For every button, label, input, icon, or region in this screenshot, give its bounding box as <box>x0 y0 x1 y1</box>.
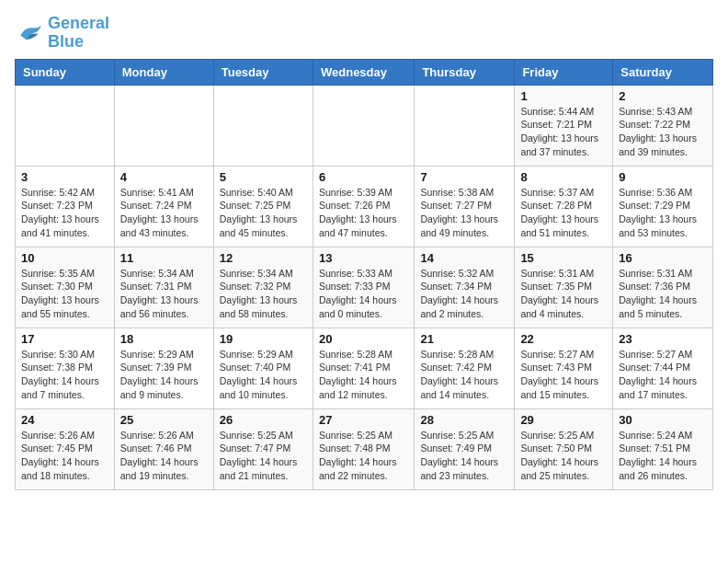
day-number: 9 <box>619 170 707 184</box>
day-number: 30 <box>619 413 707 427</box>
day-info: Sunset: 7:41 PM <box>319 361 408 374</box>
day-cell: 27Sunrise: 5:25 AMSunset: 7:48 PMDayligh… <box>313 408 414 489</box>
day-cell: 10Sunrise: 5:35 AMSunset: 7:30 PMDayligh… <box>16 247 115 327</box>
day-cell: 4Sunrise: 5:41 AMSunset: 7:24 PMDaylight… <box>114 166 213 247</box>
day-number: 26 <box>220 413 307 427</box>
day-cell: 14Sunrise: 5:32 AMSunset: 7:34 PMDayligh… <box>415 247 515 327</box>
day-info: Daylight: 13 hours and 39 minutes. <box>619 132 707 158</box>
day-cell: 21Sunrise: 5:28 AMSunset: 7:42 PMDayligh… <box>415 327 515 408</box>
day-info: Daylight: 14 hours and 12 minutes. <box>319 374 408 401</box>
day-cell: 12Sunrise: 5:34 AMSunset: 7:32 PMDayligh… <box>213 247 313 327</box>
day-info: Daylight: 14 hours and 2 minutes. <box>420 293 508 320</box>
day-info: Sunrise: 5:31 AM <box>520 267 607 281</box>
day-cell: 19Sunrise: 5:29 AMSunset: 7:40 PMDayligh… <box>213 327 313 408</box>
day-cell <box>114 85 213 166</box>
day-info: Sunset: 7:45 PM <box>21 442 108 455</box>
day-cell: 17Sunrise: 5:30 AMSunset: 7:38 PMDayligh… <box>16 327 115 408</box>
logo: General Blue <box>15 15 109 52</box>
day-number: 22 <box>520 332 607 346</box>
day-cell: 8Sunrise: 5:37 AMSunset: 7:28 PMDaylight… <box>515 166 613 247</box>
day-info: Sunrise: 5:34 AM <box>120 267 208 281</box>
day-cell <box>415 85 515 166</box>
day-info: Daylight: 14 hours and 7 minutes. <box>21 374 108 401</box>
day-number: 6 <box>319 170 408 184</box>
header-cell-monday: Monday <box>114 59 213 85</box>
day-info: Sunrise: 5:27 AM <box>619 348 707 362</box>
header: General Blue <box>15 15 713 52</box>
day-info: Sunset: 7:23 PM <box>21 199 108 213</box>
day-number: 29 <box>520 413 607 427</box>
day-info: Sunset: 7:33 PM <box>319 280 408 293</box>
day-info: Sunset: 7:27 PM <box>420 199 508 213</box>
day-cell <box>16 85 115 166</box>
day-info: Sunrise: 5:41 AM <box>120 186 208 200</box>
day-cell: 1Sunrise: 5:44 AMSunset: 7:21 PMDaylight… <box>515 85 613 166</box>
day-info: Sunrise: 5:28 AM <box>420 348 508 362</box>
day-cell: 13Sunrise: 5:33 AMSunset: 7:33 PMDayligh… <box>313 247 414 327</box>
day-number: 24 <box>21 413 108 427</box>
day-info: Sunrise: 5:38 AM <box>420 186 508 200</box>
day-info: Sunset: 7:36 PM <box>619 280 707 293</box>
day-info: Daylight: 13 hours and 43 minutes. <box>120 213 208 239</box>
day-info: Sunset: 7:28 PM <box>520 199 607 213</box>
day-info: Daylight: 13 hours and 51 minutes. <box>520 213 607 239</box>
day-number: 15 <box>520 251 607 265</box>
day-number: 28 <box>420 413 508 427</box>
day-info: Daylight: 13 hours and 47 minutes. <box>319 213 408 239</box>
day-info: Sunrise: 5:24 AM <box>619 429 707 442</box>
day-number: 2 <box>619 89 707 103</box>
day-info: Sunrise: 5:27 AM <box>520 348 607 362</box>
day-info: Sunrise: 5:29 AM <box>220 348 307 362</box>
day-info: Sunrise: 5:25 AM <box>420 429 508 442</box>
day-info: Sunset: 7:44 PM <box>619 361 707 374</box>
day-number: 17 <box>21 332 108 346</box>
day-cell: 24Sunrise: 5:26 AMSunset: 7:45 PMDayligh… <box>16 408 115 489</box>
day-info: Sunset: 7:29 PM <box>619 199 707 213</box>
day-info: Sunset: 7:50 PM <box>520 442 607 455</box>
day-cell: 9Sunrise: 5:36 AMSunset: 7:29 PMDaylight… <box>613 166 713 247</box>
day-info: Sunrise: 5:31 AM <box>619 267 707 281</box>
day-info: Daylight: 14 hours and 18 minutes. <box>21 455 108 482</box>
day-cell <box>213 85 313 166</box>
day-info: Sunset: 7:26 PM <box>319 199 408 213</box>
day-cell: 6Sunrise: 5:39 AMSunset: 7:26 PMDaylight… <box>313 166 414 247</box>
day-number: 20 <box>319 332 408 346</box>
day-cell: 18Sunrise: 5:29 AMSunset: 7:39 PMDayligh… <box>114 327 213 408</box>
day-cell: 22Sunrise: 5:27 AMSunset: 7:43 PMDayligh… <box>515 327 613 408</box>
day-cell <box>313 85 414 166</box>
day-info: Daylight: 14 hours and 5 minutes. <box>619 293 707 320</box>
day-cell: 20Sunrise: 5:28 AMSunset: 7:41 PMDayligh… <box>313 327 414 408</box>
day-info: Daylight: 14 hours and 21 minutes. <box>220 455 307 482</box>
day-number: 12 <box>220 251 307 265</box>
day-number: 10 <box>21 251 108 265</box>
day-info: Sunset: 7:31 PM <box>120 280 208 293</box>
day-info: Sunrise: 5:32 AM <box>420 267 508 281</box>
day-number: 11 <box>120 251 208 265</box>
day-cell: 3Sunrise: 5:42 AMSunset: 7:23 PMDaylight… <box>16 166 115 247</box>
day-info: Sunrise: 5:37 AM <box>520 186 607 200</box>
day-info: Sunrise: 5:35 AM <box>21 267 108 281</box>
day-info: Sunrise: 5:44 AM <box>520 105 607 119</box>
day-number: 5 <box>220 170 307 184</box>
day-info: Sunrise: 5:40 AM <box>220 186 307 200</box>
day-info: Sunrise: 5:34 AM <box>220 267 307 281</box>
day-info: Sunset: 7:32 PM <box>220 280 307 293</box>
day-info: Daylight: 14 hours and 15 minutes. <box>520 374 607 401</box>
day-number: 25 <box>120 413 208 427</box>
day-cell: 28Sunrise: 5:25 AMSunset: 7:49 PMDayligh… <box>415 408 515 489</box>
day-number: 19 <box>220 332 307 346</box>
day-info: Daylight: 14 hours and 9 minutes. <box>120 374 208 401</box>
day-info: Daylight: 14 hours and 19 minutes. <box>120 455 208 482</box>
week-row-2: 3Sunrise: 5:42 AMSunset: 7:23 PMDaylight… <box>16 166 713 247</box>
day-cell: 26Sunrise: 5:25 AMSunset: 7:47 PMDayligh… <box>213 408 313 489</box>
day-info: Sunset: 7:21 PM <box>520 118 607 132</box>
day-number: 4 <box>120 170 208 184</box>
day-cell: 29Sunrise: 5:25 AMSunset: 7:50 PMDayligh… <box>515 408 613 489</box>
week-row-3: 10Sunrise: 5:35 AMSunset: 7:30 PMDayligh… <box>16 247 713 327</box>
day-info: Sunset: 7:38 PM <box>21 361 108 374</box>
day-number: 8 <box>520 170 607 184</box>
week-row-1: 1Sunrise: 5:44 AMSunset: 7:21 PMDaylight… <box>16 85 713 166</box>
header-row: SundayMondayTuesdayWednesdayThursdayFrid… <box>16 59 713 85</box>
day-info: Sunrise: 5:25 AM <box>520 429 607 442</box>
day-number: 18 <box>120 332 208 346</box>
